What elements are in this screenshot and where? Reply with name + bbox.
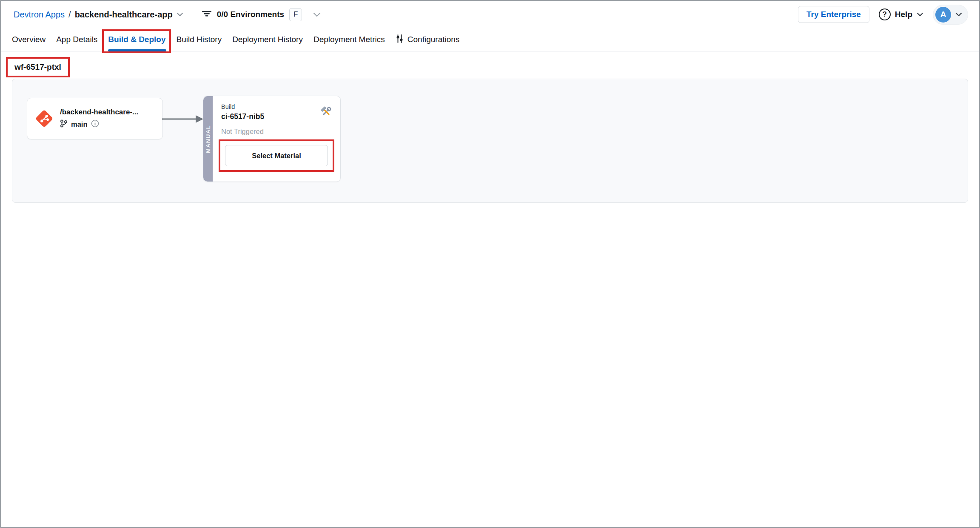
tab-deployment-metrics[interactable]: Deployment Metrics (313, 28, 385, 51)
user-menu-chevron-down-icon (955, 12, 962, 17)
git-repo-name: /backend-healthcare-... (60, 108, 138, 116)
help-question-icon: ? (879, 9, 891, 20)
workflow-header: wf-6517-ptxl (6, 57, 979, 77)
user-menu[interactable]: A (933, 5, 968, 25)
tab-app-details[interactable]: App Details (56, 28, 97, 51)
environments-chevron-down-icon[interactable] (313, 12, 321, 17)
build-node-type-label: Build (221, 103, 332, 110)
environments-selector[interactable]: 0/0 Environments F (202, 8, 321, 21)
tab-configurations[interactable]: Configurations (396, 28, 460, 51)
git-branch-name: main (71, 120, 88, 128)
breadcrumb: Devtron Apps / backend-healthcare-app (14, 10, 183, 20)
sliders-icon (396, 34, 404, 45)
topbar-right-actions: Try Enterprise ? Help A (798, 5, 968, 25)
git-branch-row: main (60, 119, 138, 129)
help-label: Help (895, 10, 912, 19)
branch-icon (60, 119, 68, 129)
tab-build-history[interactable]: Build History (176, 28, 222, 51)
help-menu[interactable]: ? Help (879, 9, 923, 20)
select-material-button[interactable]: Select Material (225, 145, 328, 166)
build-pipeline-name: ci-6517-nib5 (221, 112, 332, 121)
filter-icon (202, 10, 212, 19)
git-node-info: /backend-healthcare-... main (60, 108, 138, 129)
environments-count-label: 0/0 Environments (217, 10, 284, 19)
breadcrumb-app-name: backend-healthcare-app (75, 10, 173, 20)
git-material-node[interactable]: /backend-healthcare-... main (27, 98, 163, 139)
build-tools-icon[interactable] (319, 105, 333, 120)
tab-deployment-history[interactable]: Deployment History (232, 28, 303, 51)
workflow-name: wf-6517-ptxl (14, 62, 61, 71)
build-status-text: Not Triggered (221, 128, 332, 136)
build-pipeline-node: MANUAL Build ci-6517-nib5 (203, 96, 341, 182)
help-chevron-down-icon (917, 12, 923, 17)
breadcrumb-separator: / (68, 10, 71, 20)
trigger-mode-label: MANUAL (205, 125, 211, 153)
active-tab-underline (108, 49, 166, 51)
devtron-app-window: Devtron Apps / backend-healthcare-app 0/… (0, 0, 980, 528)
shortcut-key-hint: F (289, 8, 302, 21)
git-icon (35, 109, 54, 128)
info-icon[interactable] (91, 119, 99, 129)
try-enterprise-button[interactable]: Try Enterprise (798, 6, 869, 23)
breadcrumb-devtron-apps-link[interactable]: Devtron Apps (14, 10, 65, 20)
topbar-divider (192, 8, 192, 21)
avatar: A (935, 7, 951, 23)
tab-overview[interactable]: Overview (12, 28, 46, 51)
app-tab-bar: Overview App Details Build & Deploy Buil… (1, 28, 979, 51)
build-node-body: Build ci-6517-nib5 Not Triggered (213, 96, 340, 182)
annotation-box-select-material: Select Material (219, 139, 334, 172)
workflow-connector-arrow (162, 114, 204, 124)
annotation-box-workflow-name: wf-6517-ptxl (6, 57, 70, 77)
top-bar: Devtron Apps / backend-healthcare-app 0/… (1, 1, 979, 28)
app-selector-chevron-down-icon[interactable] (177, 12, 183, 17)
workflow-canvas: /backend-healthcare-... main (12, 79, 968, 203)
trigger-mode-strip: MANUAL (203, 96, 213, 182)
tab-build-and-deploy[interactable]: Build & Deploy (108, 28, 165, 51)
